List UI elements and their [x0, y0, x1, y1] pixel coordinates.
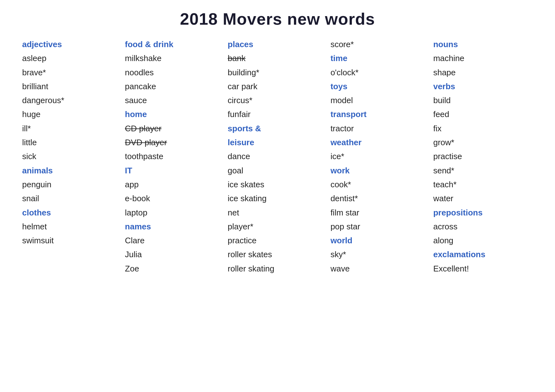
- word-item: swimsuit: [22, 234, 122, 247]
- word-item: goal: [228, 164, 327, 177]
- category-label: places: [228, 38, 327, 51]
- page-title: 2018 Movers new words: [16, 9, 539, 28]
- category-label: leisure: [228, 136, 327, 149]
- word-item: asleep: [22, 52, 122, 65]
- word-item: teach*: [433, 178, 533, 191]
- word-item: bank: [228, 52, 327, 65]
- category-label: work: [330, 164, 430, 177]
- category-label: adjectives: [22, 38, 122, 51]
- word-item: dangerous*: [22, 94, 122, 107]
- word-item: build: [433, 94, 533, 107]
- word-item: toothpaste: [125, 150, 225, 163]
- category-label: verbs: [433, 80, 533, 93]
- category-label: time: [330, 52, 430, 65]
- word-item: net: [228, 206, 327, 219]
- column-col1: adjectivesasleepbrave*brilliantdangerous…: [22, 38, 122, 275]
- word-item: funfair: [228, 108, 327, 121]
- category-label: nouns: [433, 38, 533, 51]
- category-label: transport: [330, 108, 430, 121]
- word-item: machine: [433, 52, 533, 65]
- word-item: film star: [330, 206, 430, 219]
- word-item: fix: [433, 122, 533, 135]
- word-item: shape: [433, 66, 533, 79]
- word-item: ice skates: [228, 178, 327, 191]
- word-item: sky*: [330, 248, 430, 261]
- word-item: ill*: [22, 122, 122, 135]
- word-item: brilliant: [22, 80, 122, 93]
- word-item: milkshake: [125, 52, 225, 65]
- word-item: ice*: [330, 150, 430, 163]
- word-item: building*: [228, 66, 327, 79]
- word-item: CD player: [125, 122, 225, 135]
- word-item: tractor: [330, 122, 430, 135]
- word-item: send*: [433, 164, 533, 177]
- word-item: player*: [228, 220, 327, 233]
- category-label: IT: [125, 164, 225, 177]
- word-item: laptop: [125, 206, 225, 219]
- word-item: DVD player: [125, 136, 225, 149]
- column-col2: food & drinkmilkshakenoodlespancakesauce…: [125, 38, 225, 275]
- word-item: sick: [22, 150, 122, 163]
- column-col5: nounsmachineshapeverbsbuildfeedfixgrow*p…: [433, 38, 533, 275]
- word-grid: adjectivesasleepbrave*brilliantdangerous…: [16, 38, 539, 275]
- word-item: water: [433, 192, 533, 205]
- word-item: o'clock*: [330, 66, 430, 79]
- word-item: snail: [22, 192, 122, 205]
- word-item: wave: [330, 262, 430, 275]
- column-col3: placesbankbuilding*car parkcircus*funfai…: [228, 38, 327, 275]
- word-item: pop star: [330, 220, 430, 233]
- word-item: app: [125, 178, 225, 191]
- word-item: practice: [228, 234, 327, 247]
- word-item: cook*: [330, 178, 430, 191]
- category-label: weather: [330, 136, 430, 149]
- word-item: brave*: [22, 66, 122, 79]
- category-label: clothes: [22, 206, 122, 219]
- word-item: model: [330, 94, 430, 107]
- word-item: score*: [330, 38, 430, 51]
- word-item: car park: [228, 80, 327, 93]
- word-item: feed: [433, 108, 533, 121]
- column-col4: score*timeo'clock*toysmodeltransporttrac…: [330, 38, 430, 275]
- word-item: Excellent!: [433, 262, 533, 275]
- word-item: dentist*: [330, 192, 430, 205]
- category-label: home: [125, 108, 225, 121]
- word-item: grow*: [433, 136, 533, 149]
- word-item: across: [433, 220, 533, 233]
- category-label: names: [125, 220, 225, 233]
- category-label: sports &: [228, 122, 327, 135]
- word-item: Zoe: [125, 262, 225, 275]
- word-item: penguin: [22, 178, 122, 191]
- word-item: sauce: [125, 94, 225, 107]
- word-item: noodles: [125, 66, 225, 79]
- category-label: prepositions: [433, 206, 533, 219]
- word-item: Clare: [125, 234, 225, 247]
- category-label: toys: [330, 80, 430, 93]
- word-item: circus*: [228, 94, 327, 107]
- word-item: along: [433, 234, 533, 247]
- category-label: animals: [22, 164, 122, 177]
- category-label: exclamations: [433, 248, 533, 261]
- category-label: food & drink: [125, 38, 225, 51]
- word-item: dance: [228, 150, 327, 163]
- word-item: helmet: [22, 220, 122, 233]
- word-item: practise: [433, 150, 533, 163]
- word-item: Julia: [125, 248, 225, 261]
- word-item: e-book: [125, 192, 225, 205]
- word-item: ice skating: [228, 192, 327, 205]
- word-item: little: [22, 136, 122, 149]
- word-item: pancake: [125, 80, 225, 93]
- word-item: huge: [22, 108, 122, 121]
- word-item: roller skates: [228, 248, 327, 261]
- category-label: world: [330, 234, 430, 247]
- word-item: roller skating: [228, 262, 327, 275]
